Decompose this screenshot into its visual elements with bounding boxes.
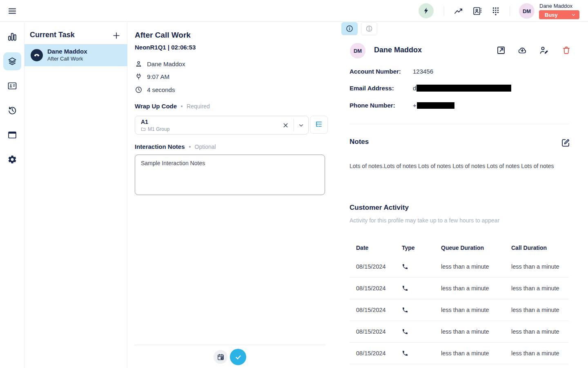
wrap-up-selected-value: A1 xyxy=(141,119,148,125)
clear-x-icon[interactable] xyxy=(282,122,289,129)
edit-note-icon[interactable] xyxy=(561,138,570,148)
status-dropdown[interactable]: Busy xyxy=(539,10,579,19)
sidebar-item-contacts[interactable] xyxy=(3,77,21,95)
sidebar-item-settings[interactable] xyxy=(3,150,21,168)
schedule-button[interactable] xyxy=(214,350,227,364)
redaction-bar xyxy=(416,85,511,92)
check-icon xyxy=(234,353,242,361)
col-queue-duration: Queue Duration xyxy=(441,245,511,251)
cloud-download-icon[interactable] xyxy=(517,45,527,55)
table-row[interactable]: 08/15/2024 less than a minute less than … xyxy=(350,299,569,321)
interaction-notes-label: Interaction Notes xyxy=(135,143,185,150)
phone-icon xyxy=(402,263,441,270)
topbar-divider xyxy=(444,6,444,16)
brain-icon xyxy=(365,25,373,33)
user-name: Dane Maddox xyxy=(539,3,572,9)
tree-list-icon xyxy=(314,120,323,129)
cell-date: 08/15/2024 xyxy=(356,263,402,270)
cell-call-duration: less than a minute xyxy=(511,350,569,357)
plug-icon xyxy=(135,73,143,81)
interaction-notes-input[interactable]: Sample Interaction Notes xyxy=(135,155,325,195)
dialpad-icon[interactable] xyxy=(491,6,501,16)
topbar-divider xyxy=(510,6,510,16)
cell-call-duration: less than a minute xyxy=(511,263,569,270)
contact-book-icon[interactable] xyxy=(472,6,482,16)
task-detail-title: After Call Work xyxy=(135,31,191,40)
field-label: Account Number: xyxy=(350,68,413,75)
activity-table-header: Date Type Queue Duration Call Duration xyxy=(350,239,569,256)
sidebar-item-history[interactable] xyxy=(3,101,21,119)
sidebar-item-browser[interactable] xyxy=(3,126,21,144)
redaction-bar xyxy=(417,102,454,109)
meta-time-row: 9:07 AM xyxy=(135,73,169,81)
calendar-clock-icon xyxy=(217,353,225,361)
history-icon xyxy=(7,105,17,115)
wrap-up-code-select[interactable]: A1 M1 Group xyxy=(135,116,309,135)
col-call-duration: Call Duration xyxy=(511,245,569,251)
col-type: Type xyxy=(402,245,441,251)
folder-icon xyxy=(141,127,146,132)
wrap-up-group-row: M1 Group xyxy=(141,126,169,132)
layers-icon xyxy=(7,56,17,66)
interaction-notes-requirement: Optional xyxy=(195,144,216,150)
footer-divider xyxy=(135,345,325,345)
field-label: Email Address: xyxy=(350,85,413,92)
tab-contact-info[interactable] xyxy=(341,22,358,35)
trend-chart-icon[interactable] xyxy=(454,6,463,16)
cell-queue-duration: less than a minute xyxy=(441,285,511,292)
contact-card-icon xyxy=(7,81,17,91)
meta-contact-row: Dane Maddox xyxy=(135,60,185,68)
cell-queue-duration: less than a minute xyxy=(441,350,511,357)
icon-rail xyxy=(0,22,24,368)
cell-call-duration: less than a minute xyxy=(511,328,569,335)
sidebar-item-reports[interactable] xyxy=(3,28,21,46)
complete-task-button[interactable] xyxy=(230,349,246,365)
activity-table: Date Type Queue Duration Call Duration 0… xyxy=(350,239,569,364)
current-task-panel: Current Task Dane Maddox After Call Work xyxy=(24,22,127,368)
task-list-item[interactable]: Dane Maddox After Call Work xyxy=(24,44,127,66)
person-edit-icon[interactable] xyxy=(539,45,549,55)
table-row[interactable]: 08/15/2024 less than a minute less than … xyxy=(350,256,569,278)
field-value: 123456 xyxy=(413,68,433,75)
col-date: Date xyxy=(356,245,402,251)
cell-date: 08/15/2024 xyxy=(356,285,402,292)
wrap-up-requirement: Required xyxy=(187,103,210,110)
notes-content: Lots of notes.Lots of notes Lots of note… xyxy=(350,162,567,170)
add-task-button[interactable] xyxy=(112,31,121,40)
phone-icon xyxy=(402,328,441,335)
avatar[interactable]: DM xyxy=(519,3,535,19)
trash-icon[interactable] xyxy=(561,45,571,55)
menu-icon[interactable] xyxy=(7,6,17,16)
top-bar: DM Dane Maddox Busy xyxy=(0,0,588,22)
chevron-down-icon[interactable] xyxy=(298,122,305,129)
field-label: Phone Number: xyxy=(350,102,413,109)
browser-window-icon xyxy=(7,130,17,140)
cell-queue-duration: less than a minute xyxy=(441,328,511,335)
select-divider xyxy=(294,119,294,131)
info-circle-icon xyxy=(345,25,354,33)
table-row[interactable]: 08/15/2024 less than a minute less than … xyxy=(350,321,569,343)
separator-dot xyxy=(181,105,183,107)
wrap-up-label: Wrap Up Code xyxy=(135,103,177,110)
cell-queue-duration: less than a minute xyxy=(441,307,511,313)
customer-activity-title: Customer Activity xyxy=(350,204,409,212)
table-row[interactable]: 08/15/2024 less than a minute less than … xyxy=(350,343,569,364)
status-label: Busy xyxy=(545,12,558,18)
panel-title: Current Task xyxy=(30,31,75,39)
field-phone-number: Phone Number: + xyxy=(350,102,454,109)
wrap-up-label-row: Wrap Up Code Required xyxy=(135,103,210,110)
gear-icon xyxy=(7,155,17,164)
sidebar-item-queues[interactable] xyxy=(3,52,21,70)
table-row[interactable]: 08/15/2024 less than a minute less than … xyxy=(350,278,569,299)
meta-duration-row: 4 seconds xyxy=(135,86,175,94)
tab-insights[interactable] xyxy=(361,22,377,35)
contact-panel: DM Dane Maddox Account Number: 123456 Em… xyxy=(339,22,588,368)
field-email-address: Email Address: d xyxy=(350,85,511,92)
cell-queue-duration: less than a minute xyxy=(441,263,511,270)
bolt-button[interactable] xyxy=(419,3,434,18)
wrap-up-tree-browser-button[interactable] xyxy=(310,116,328,134)
open-in-new-icon[interactable] xyxy=(496,45,506,55)
cell-date: 08/15/2024 xyxy=(356,307,402,313)
session-info: NeonR1Q1 | 02:06:53 xyxy=(135,44,196,51)
clock-icon xyxy=(135,86,143,94)
